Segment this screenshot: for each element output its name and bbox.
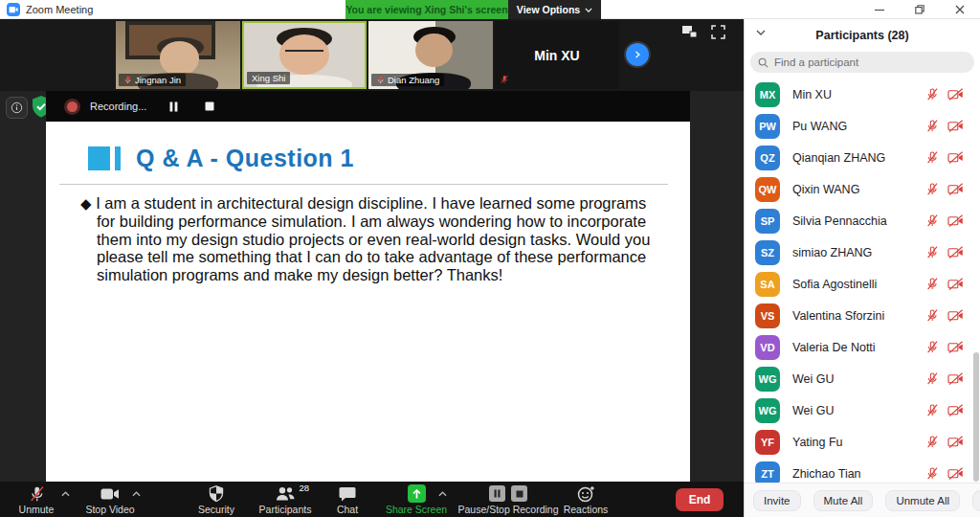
muted-video-icon	[947, 119, 964, 133]
stop-recording-button[interactable]	[200, 97, 219, 116]
video-thumbnail-strip: Jingnan Jin Xing Shi Dian Zhuang	[0, 19, 744, 91]
search-input[interactable]	[774, 56, 947, 68]
muted-mic-icon	[925, 308, 939, 323]
share-options-chevron[interactable]	[438, 491, 447, 497]
participant-row[interactable]: ZT Zhichao Tian	[745, 458, 980, 483]
video-tile-dian-zhuang[interactable]: Dian Zhuang	[368, 21, 493, 89]
security-label: Security	[198, 504, 234, 515]
participant-row[interactable]: YF Yating Fu	[745, 426, 980, 458]
shared-screen-area: Recording... Q & A - Question 1 ◆ I am a…	[0, 91, 744, 482]
muted-mic-icon	[925, 277, 939, 291]
participant-status-icons	[925, 214, 964, 228]
pause-stop-recording-button[interactable]: Pause/Stop Recording	[457, 484, 559, 515]
mute-all-button[interactable]: Mute All	[813, 490, 874, 511]
maximize-button[interactable]	[900, 0, 940, 19]
view-options-button[interactable]: View Options	[508, 0, 601, 19]
participant-name-chip: Jingnan Jin	[119, 74, 186, 86]
pause-stop-recording-label: Pause/Stop Recording	[457, 504, 558, 515]
video-tile-jingnan-jin[interactable]: Jingnan Jin	[116, 21, 240, 89]
participant-name-label: Jingnan Jin	[135, 75, 181, 85]
end-meeting-button[interactable]: End	[676, 488, 724, 511]
avatar: MX	[755, 82, 780, 107]
meeting-main-area: Jingnan Jin Xing Shi Dian Zhuang	[0, 19, 744, 517]
participant-name: Qianqian ZHANG	[792, 151, 925, 165]
recording-label: Recording...	[90, 101, 146, 112]
audio-options-chevron[interactable]	[61, 491, 70, 497]
participants-button[interactable]: 28 Participants	[247, 484, 323, 515]
meeting-info-button[interactable]	[6, 97, 28, 119]
avatar: VD	[755, 335, 780, 360]
slide-title: Q & A - Question 1	[136, 146, 354, 170]
participant-row[interactable]: QW Qixin WANG	[745, 173, 980, 205]
close-button[interactable]	[940, 0, 980, 19]
muted-video-icon	[947, 466, 964, 481]
reactions-button[interactable]: Reactions	[559, 484, 612, 515]
security-button[interactable]: Security	[186, 484, 247, 515]
stop-video-button[interactable]: Stop Video	[75, 484, 145, 515]
participant-name: Silvia Pennacchia	[792, 214, 925, 228]
gallery-view-icon[interactable]	[681, 25, 698, 39]
participant-row[interactable]: PW Pu WANG	[745, 110, 980, 142]
muted-mic-icon	[925, 466, 939, 481]
participant-status-icons	[925, 119, 964, 133]
slide-accent-bar	[115, 146, 121, 170]
muted-video-icon	[947, 308, 964, 323]
fullscreen-icon[interactable]	[711, 25, 727, 39]
participants-panel-title: Participants (28)	[745, 29, 980, 42]
participant-name: Min XU	[792, 88, 925, 101]
unmute-button[interactable]: Unmute	[8, 484, 65, 515]
muted-video-icon	[947, 277, 964, 291]
chat-label: Chat	[337, 504, 358, 515]
avatar: WG	[755, 398, 780, 423]
chat-bubble-icon	[339, 484, 356, 503]
muted-video-icon	[947, 150, 964, 165]
more-options-button[interactable]: ...	[972, 490, 980, 511]
video-camera-icon	[100, 484, 120, 503]
participant-row[interactable]: SA Sofia Agostinelli	[745, 268, 980, 300]
muted-video-icon	[947, 340, 964, 354]
slide-body-content: I am a student in architectural design d…	[96, 194, 650, 283]
bullet-diamond: ◆	[80, 195, 92, 212]
participant-row[interactable]: WG Wei GU	[745, 394, 980, 426]
zoom-meeting-window: Zoom Meeting You are viewing Xing Shi's …	[0, 0, 980, 517]
invite-button[interactable]: Invite	[753, 490, 801, 511]
participant-status-icons	[925, 308, 964, 323]
participant-name: Valentina Sforzini	[792, 309, 925, 323]
avatar: WG	[755, 367, 780, 392]
muted-video-icon	[947, 435, 964, 449]
pause-recording-button[interactable]	[164, 97, 183, 116]
muted-mic-icon	[376, 75, 385, 85]
recording-bar: Recording...	[46, 91, 690, 122]
avatar: PW	[755, 114, 780, 139]
participant-row[interactable]: VD Valeria De Notti	[745, 331, 980, 363]
tile-figure	[285, 50, 323, 56]
muted-mic-icon	[925, 87, 939, 101]
participant-row[interactable]: QZ Qianqian ZHANG	[745, 142, 980, 173]
share-screen-button[interactable]: Share Screen	[379, 484, 454, 515]
participant-status-icons	[925, 182, 964, 196]
participant-status-icons	[925, 340, 964, 354]
participant-row[interactable]: MX Min XU	[745, 79, 980, 110]
participant-row[interactable]: SP Silvia Pennacchia	[745, 205, 980, 236]
video-options-chevron[interactable]	[132, 491, 141, 497]
next-videos-button[interactable]	[626, 43, 649, 66]
participants-panel-header: Participants (28)	[745, 25, 980, 48]
window-title: Zoom Meeting	[26, 4, 93, 15]
minimize-button[interactable]	[859, 0, 900, 19]
scrollbar-thumb[interactable]	[973, 352, 979, 482]
participant-status-icons	[925, 466, 964, 481]
avatar: QZ	[755, 146, 780, 170]
slide-title-row: Q & A - Question 1	[88, 146, 354, 170]
chevron-down-icon	[585, 8, 592, 12]
video-tile-min-xu[interactable]: Min XU	[495, 21, 619, 89]
chat-button[interactable]: Chat	[325, 484, 369, 515]
unmute-all-button[interactable]: Unmute All	[885, 490, 960, 511]
zoom-logo-icon	[7, 3, 20, 16]
participant-search-box[interactable]	[750, 52, 974, 73]
tile-figure	[160, 41, 200, 76]
participant-row[interactable]: WG Wei GU	[745, 363, 980, 394]
avatar: QW	[755, 177, 780, 202]
participant-row[interactable]: VS Valentina Sforzini	[745, 300, 980, 331]
video-tile-xing-shi-active[interactable]: Xing Shi	[242, 21, 367, 89]
participant-row[interactable]: SZ simiao ZHANG	[745, 236, 980, 268]
